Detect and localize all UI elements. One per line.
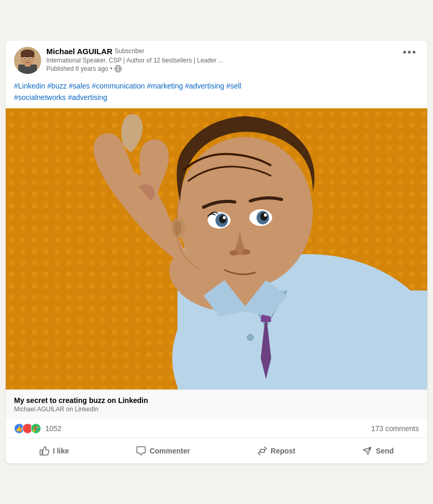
celebrate-reaction: 🎉 (31, 423, 41, 434)
globe-icon (114, 65, 122, 72)
repost-icon (257, 446, 268, 456)
published-text: Published 6 years ago (46, 65, 108, 72)
svg-rect-5 (21, 53, 34, 57)
comment-button[interactable]: Commenter (128, 440, 198, 461)
send-label: Send (376, 447, 393, 455)
link-source: Michael AGUILAR on LinkedIn (14, 406, 419, 413)
reactions-left: 👍 ❤️ 🎉 1052 (14, 423, 61, 434)
svg-point-9 (30, 58, 31, 59)
post-card: Michael AGUILAR Subscriber International… (6, 41, 427, 464)
more-options-button[interactable]: ••• (401, 47, 419, 57)
post-header-left: Michael AGUILAR Subscriber International… (14, 47, 223, 74)
author-info: Michael AGUILAR Subscriber International… (46, 47, 223, 72)
dot-separator: • (110, 65, 112, 72)
svg-point-28 (260, 212, 268, 221)
link-preview[interactable]: My secret to creating buzz on Linkedin M… (6, 389, 427, 419)
repost-button[interactable]: Repost (249, 440, 303, 461)
comments-count: 173 comments (371, 424, 419, 433)
comment-icon (136, 446, 146, 456)
send-icon (362, 446, 373, 456)
svg-point-10 (27, 60, 29, 61)
comment-label: Commenter (149, 447, 190, 455)
link-title: My secret to creating buzz on Linkedin (14, 396, 419, 405)
like-label: I like (53, 447, 69, 455)
repost-label: Repost (271, 447, 295, 455)
svg-point-30 (230, 250, 238, 256)
svg-point-8 (24, 58, 26, 59)
reaction-emojis: 👍 ❤️ 🎉 (14, 423, 39, 434)
send-button[interactable]: Send (354, 440, 402, 461)
svg-point-24 (219, 215, 226, 223)
post-meta: Published 6 years ago • (46, 65, 223, 72)
like-button[interactable]: I like (31, 440, 77, 461)
author-name-text: Michael AGUILAR (46, 47, 112, 56)
post-illustration (6, 108, 427, 389)
post-header: Michael AGUILAR Subscriber International… (6, 41, 427, 78)
svg-rect-36 (40, 450, 42, 455)
like-icon (39, 446, 49, 456)
avatar (14, 47, 41, 74)
svg-point-33 (173, 221, 182, 235)
svg-point-31 (242, 249, 250, 255)
reaction-count: 1052 (45, 424, 61, 433)
tags-text: #Linkedin #buzz #sales #communication #m… (14, 82, 241, 102)
author-tagline: International Speaker, CSP | Author of 1… (46, 57, 223, 64)
reactions-row: 👍 ❤️ 🎉 1052 173 comments (6, 419, 427, 438)
author-name: Michael AGUILAR Subscriber (46, 47, 223, 56)
actions-row: I like Commenter Repost (6, 438, 427, 463)
svg-point-25 (223, 216, 226, 219)
post-image (6, 108, 427, 389)
post-tags: #Linkedin #buzz #sales #communication #m… (6, 78, 427, 109)
subscriber-badge: Subscriber (114, 47, 144, 55)
svg-point-35 (247, 334, 253, 341)
svg-point-29 (264, 213, 267, 217)
